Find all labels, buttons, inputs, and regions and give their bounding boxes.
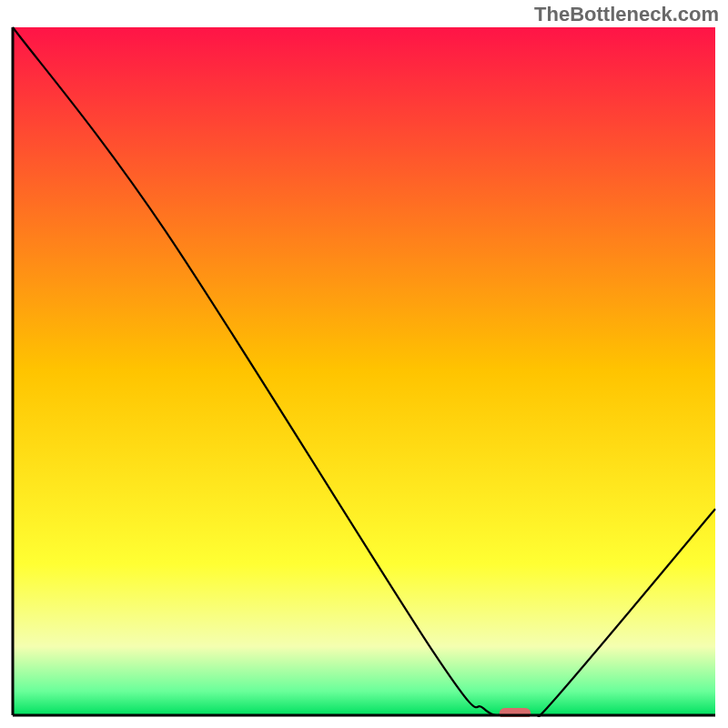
chart-svg bbox=[11, 25, 717, 717]
plot-background bbox=[13, 27, 715, 715]
watermark-text: TheBottleneck.com bbox=[534, 3, 719, 26]
chart-container: TheBottleneck.com bbox=[0, 0, 728, 728]
bottleneck-chart bbox=[11, 25, 717, 717]
